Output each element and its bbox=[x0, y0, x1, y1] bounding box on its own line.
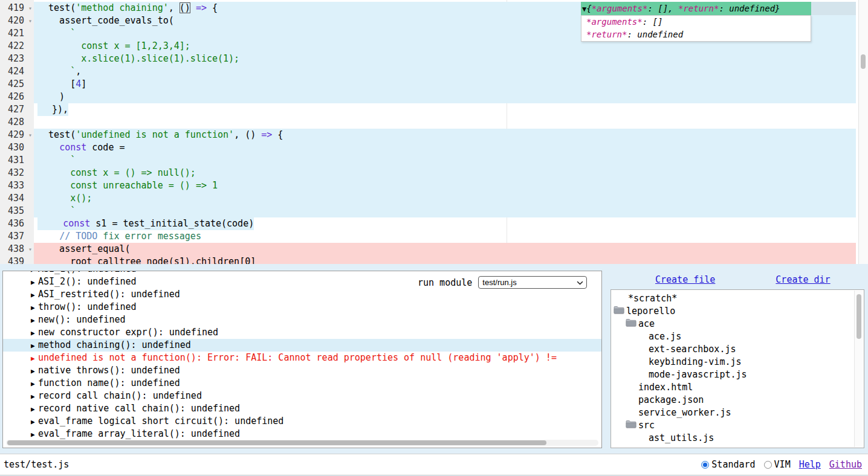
test-result-row[interactable]: ▶eval_frame array_literal(): undefined bbox=[3, 428, 601, 440]
expand-triangle-icon[interactable]: ▶ bbox=[31, 314, 38, 327]
tree-folder-leporello[interactable]: leporello bbox=[611, 305, 864, 318]
line-number[interactable]: 435 bbox=[0, 205, 34, 217]
code-line-435[interactable]: ` bbox=[34, 205, 856, 217]
tree-folder-ace[interactable]: ace bbox=[611, 318, 864, 330]
tree-file-ace-js[interactable]: ace.js bbox=[611, 330, 864, 343]
editor-scrollbar[interactable] bbox=[858, 0, 868, 264]
code-line-433[interactable]: const unreachable = () => 1 bbox=[34, 179, 856, 192]
code-line-422[interactable]: const x = [1,2,3,4]; bbox=[34, 40, 856, 53]
expand-triangle-icon[interactable]: ▶ bbox=[31, 365, 38, 378]
code-line-426[interactable]: ) bbox=[34, 91, 856, 103]
line-number[interactable]: 432 bbox=[0, 167, 34, 179]
test-result-row[interactable]: ▶function name(): undefined bbox=[3, 377, 601, 390]
expand-triangle-icon[interactable]: ▶ bbox=[31, 352, 38, 365]
line-number[interactable]: 439 bbox=[0, 256, 34, 264]
calltree-output-panel[interactable]: ▶ASI_1(): undefined▶ASI_2(): undefined▶A… bbox=[2, 271, 602, 448]
line-number[interactable]: 434 bbox=[0, 192, 34, 205]
test-result-row[interactable]: ▶native throws(): undefined bbox=[3, 364, 601, 377]
line-number[interactable]: 419▾ bbox=[0, 2, 34, 14]
expand-triangle-icon[interactable]: ▶ bbox=[31, 276, 38, 289]
output-scrollbar-thumb[interactable] bbox=[7, 440, 546, 445]
tree-file--scratch-[interactable]: *scratch* bbox=[611, 292, 864, 305]
line-number[interactable]: 420▾ bbox=[0, 14, 34, 27]
keybinding-option-vim[interactable]: VIM bbox=[764, 459, 791, 470]
line-number[interactable]: 421 bbox=[0, 27, 34, 40]
output-horizontal-scrollbar[interactable] bbox=[6, 440, 598, 446]
test-result-row[interactable]: ▶record native call chain(): undefined bbox=[3, 402, 601, 415]
code-editor[interactable]: test('method chaining', () => { assert_c… bbox=[0, 0, 868, 264]
expand-triangle-icon[interactable]: ▶ bbox=[31, 403, 38, 416]
line-number[interactable]: 423 bbox=[0, 53, 34, 65]
expand-triangle-icon[interactable]: ▶ bbox=[31, 339, 38, 352]
test-result-row[interactable]: ▶record call chain(): undefined bbox=[3, 390, 601, 402]
tree-file-service-worker-js[interactable]: service_worker.js bbox=[611, 407, 864, 419]
line-number[interactable]: 426 bbox=[0, 91, 34, 103]
fold-arrow-icon[interactable]: ▾ bbox=[28, 129, 32, 141]
code-line-432[interactable]: const x = () => null(); bbox=[34, 167, 856, 179]
radio-button[interactable] bbox=[764, 461, 772, 469]
test-result-row[interactable]: ▶method chaining(): undefined bbox=[3, 339, 601, 352]
code-line-438[interactable]: assert_equal( bbox=[34, 243, 856, 256]
tree-file-mode-javascript-js[interactable]: mode-javascript.js bbox=[611, 368, 864, 381]
editor-scrollbar-thumb[interactable] bbox=[861, 54, 866, 69]
test-result-row[interactable]: ▶eval_frame logical short circuit(): und… bbox=[3, 415, 601, 428]
help-link[interactable]: Help bbox=[799, 459, 821, 470]
test-result-row[interactable]: ▶ASI_restrited(): undefined bbox=[3, 288, 601, 301]
tree-file-keybinding-vim-js[interactable]: keybinding-vim.js bbox=[611, 356, 864, 368]
line-number[interactable]: 437 bbox=[0, 230, 34, 243]
line-number[interactable]: 436 bbox=[0, 217, 34, 230]
code-line-431[interactable]: ` bbox=[34, 154, 856, 167]
code-line-428[interactable] bbox=[34, 116, 856, 129]
line-number[interactable]: 422 bbox=[0, 40, 34, 53]
test-result-row[interactable]: ▶throw(): undefined bbox=[3, 301, 601, 314]
line-number[interactable]: 438▾ bbox=[0, 243, 34, 256]
code-line-429[interactable]: test('undefined is not a function', () =… bbox=[34, 129, 856, 141]
expand-triangle-icon[interactable]: ▶ bbox=[31, 390, 38, 403]
expand-triangle-icon[interactable]: ▶ bbox=[31, 301, 38, 314]
fold-arrow-icon[interactable]: ▾ bbox=[28, 243, 32, 256]
tree-file-ast-utils-js[interactable]: ast_utils.js bbox=[611, 432, 864, 445]
line-number[interactable]: 431 bbox=[0, 154, 34, 167]
tree-folder-src[interactable]: src bbox=[611, 419, 864, 432]
editor-gutter[interactable]: 419▾420▾421422423424425426427428429▾4304… bbox=[0, 0, 34, 264]
file-tree-panel[interactable]: *scratch*leporelloaceace.jsext-searchbox… bbox=[611, 289, 864, 448]
code-line-423[interactable]: x.slice(1).slice(1).slice(1); bbox=[34, 53, 856, 65]
code-line-425[interactable]: [4] bbox=[34, 78, 856, 91]
expand-triangle-icon[interactable]: ▶ bbox=[31, 416, 38, 428]
tree-file-ext-searchbox-js[interactable]: ext-searchbox.js bbox=[611, 343, 864, 356]
line-number[interactable]: 424 bbox=[0, 65, 34, 78]
tree-file-index-html[interactable]: index.html bbox=[611, 381, 864, 394]
tree-file-package-json[interactable]: package.json bbox=[611, 394, 864, 407]
expand-triangle-icon[interactable]: ▶ bbox=[31, 327, 38, 339]
code-line-434[interactable]: x(); bbox=[34, 192, 856, 205]
test-result-row[interactable]: ▶undefined is not a function(): Error: F… bbox=[3, 352, 601, 364]
expand-triangle-icon[interactable]: ▶ bbox=[31, 428, 38, 441]
code-line-437[interactable]: // TODO fix error messages bbox=[34, 230, 856, 243]
code-line-424[interactable]: `, bbox=[34, 65, 856, 78]
tree-scrollbar[interactable] bbox=[854, 291, 863, 447]
run-module-select[interactable]: test/run.js bbox=[478, 276, 587, 289]
expand-triangle-icon[interactable]: ▶ bbox=[31, 289, 38, 301]
line-number[interactable]: 429▾ bbox=[0, 129, 34, 141]
create-file-button[interactable]: Create file bbox=[655, 274, 715, 285]
radio-button-checked[interactable] bbox=[701, 461, 709, 469]
code-line-436[interactable]: const s1 = test_initial_state(code) bbox=[34, 217, 856, 230]
test-result-row[interactable]: ▶ASI_1(): undefined bbox=[3, 271, 601, 275]
keybinding-option-standard[interactable]: Standard bbox=[701, 459, 755, 470]
github-link[interactable]: Github bbox=[829, 459, 862, 470]
line-number[interactable]: 425 bbox=[0, 78, 34, 91]
line-number[interactable]: 433 bbox=[0, 179, 34, 192]
code-line-439[interactable]: root_calltree_node(s1).children[0] bbox=[34, 256, 856, 264]
line-number[interactable]: 430 bbox=[0, 141, 34, 154]
expand-triangle-icon[interactable]: ▶ bbox=[31, 378, 38, 390]
fold-arrow-icon[interactable]: ▾ bbox=[28, 2, 32, 14]
code-line-427[interactable]: }), bbox=[34, 103, 856, 116]
test-result-row[interactable]: ▶new(): undefined bbox=[3, 314, 601, 326]
create-dir-button[interactable]: Create dir bbox=[776, 274, 830, 285]
test-result-row[interactable]: ▶new constructor expr(): undefined bbox=[3, 326, 601, 339]
tree-scrollbar-thumb[interactable] bbox=[857, 294, 861, 339]
fold-arrow-icon[interactable]: ▾ bbox=[28, 14, 32, 27]
line-number[interactable]: 428 bbox=[0, 116, 34, 129]
line-number[interactable]: 427 bbox=[0, 103, 34, 116]
code-line-430[interactable]: const code = bbox=[34, 141, 856, 154]
